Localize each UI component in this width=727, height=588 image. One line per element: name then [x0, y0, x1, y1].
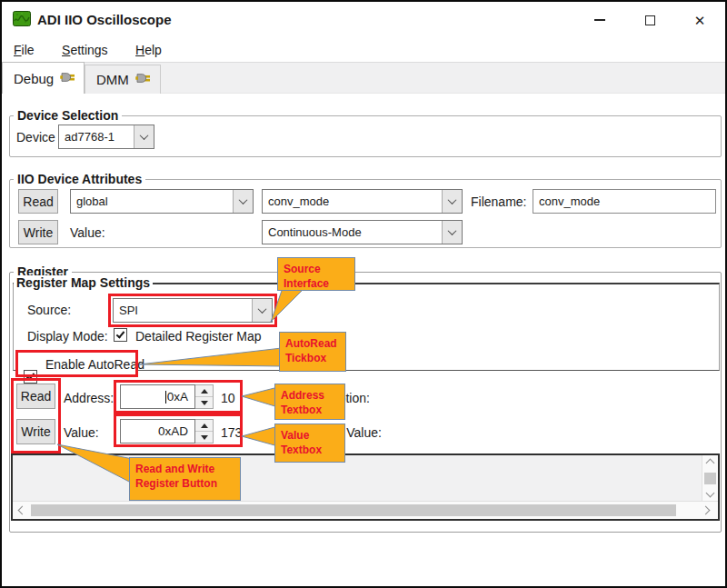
- app-window: ADI IIO Oscilloscope ✕ File Settings Hel…: [0, 0, 727, 588]
- attr-name-value: conv_mode: [263, 194, 442, 208]
- plug-icon: [135, 72, 152, 87]
- minimize-button[interactable]: [582, 7, 618, 33]
- tab-debug[interactable]: Debug: [2, 62, 85, 94]
- register-map-settings-title: Register Map Settings: [14, 275, 153, 290]
- chevron-down-icon: [252, 299, 272, 322]
- chevron-down-icon: [233, 190, 253, 213]
- horizontal-scrollbar[interactable]: [13, 501, 718, 519]
- attr-category-combo[interactable]: global: [70, 189, 254, 214]
- callout-read-write-button: Read and Write Register Button: [129, 457, 241, 501]
- callout-address-textbox: Address Textbox: [274, 384, 345, 420]
- source-combo[interactable]: SPI: [113, 298, 273, 323]
- value-decimal-value: 173: [221, 425, 242, 440]
- vertical-scroll-thumb[interactable]: [704, 473, 716, 484]
- spin-up-icon[interactable]: [195, 420, 213, 432]
- maximize-button[interactable]: [632, 7, 668, 33]
- chevron-down-icon: [134, 125, 154, 148]
- menu-help[interactable]: Help: [135, 43, 162, 57]
- plug-icon: [60, 71, 76, 86]
- attr-write-button[interactable]: Write: [18, 220, 58, 244]
- chevron-down-icon: [442, 221, 462, 244]
- horizontal-scroll-thumb[interactable]: [31, 504, 676, 516]
- device-combo-value: ad7768-1: [59, 130, 134, 144]
- close-icon: ✕: [694, 14, 706, 27]
- spin-down-icon[interactable]: [195, 432, 213, 443]
- attr-value-combo[interactable]: Continuous-Mode: [262, 220, 463, 244]
- menu-file[interactable]: File: [14, 43, 35, 57]
- source-combo-value: SPI: [114, 304, 252, 317]
- scroll-right-icon[interactable]: [702, 507, 709, 513]
- attr-category-value: global: [71, 194, 233, 208]
- chevron-down-icon: [442, 190, 462, 213]
- device-label: Device: [16, 130, 55, 145]
- iio-attributes-title: IIO Device Attributes: [14, 172, 145, 186]
- attr-value-value: Continuous-Mode: [263, 225, 442, 239]
- callout-source-interface: Source Interface: [277, 257, 355, 291]
- device-selection-title: Device Selection: [14, 108, 122, 123]
- display-mode-option: Detailed Register Map: [135, 329, 262, 344]
- scroll-left-icon[interactable]: [19, 507, 25, 513]
- address-hex-value: 0xA: [167, 390, 188, 404]
- value-stepper[interactable]: [195, 419, 214, 443]
- text-caret: [165, 391, 166, 404]
- address-decimal-value: 10: [221, 391, 235, 405]
- window-title: ADI IIO Oscilloscope: [37, 12, 172, 27]
- minimize-icon: [594, 19, 605, 21]
- value-hex-value: 0xAD: [158, 424, 188, 438]
- maximize-icon: [645, 15, 655, 25]
- display-mode-label: Display Mode:: [27, 329, 108, 344]
- enable-autoread-checkbox[interactable]: [24, 370, 37, 384]
- filename-label: Filename:: [471, 194, 526, 209]
- spin-down-icon[interactable]: [195, 397, 213, 408]
- value-label: Value:: [64, 425, 99, 440]
- tab-dmm[interactable]: DMM: [85, 65, 161, 94]
- detailed-register-map-checkbox[interactable]: [114, 328, 127, 342]
- register-map-area: [11, 453, 720, 521]
- register-read-button[interactable]: Read: [16, 384, 55, 409]
- device-combo[interactable]: ad7768-1: [58, 125, 154, 149]
- menu-settings[interactable]: Settings: [62, 43, 108, 57]
- tab-debug-label: Debug: [14, 71, 54, 86]
- scroll-up-icon[interactable]: [707, 460, 713, 466]
- close-button[interactable]: ✕: [682, 7, 718, 33]
- app-icon: [13, 11, 31, 26]
- address-stepper[interactable]: [195, 384, 214, 409]
- attr-name-combo[interactable]: conv_mode: [262, 189, 463, 214]
- register-write-button[interactable]: Write: [16, 419, 55, 444]
- source-label: Source:: [27, 303, 71, 317]
- attr-read-button[interactable]: Read: [18, 189, 58, 214]
- enable-autoread-label: Enable AutoRead: [45, 357, 144, 372]
- menu-bar: File Settings Help: [14, 42, 185, 58]
- attr-value-label: Value:: [70, 225, 105, 240]
- filename-input[interactable]: conv_mode: [533, 189, 716, 214]
- callout-autoread-tickbox: AutoRead Tickbox: [279, 332, 346, 372]
- address-label: Address:: [64, 391, 114, 405]
- scroll-down-icon[interactable]: [707, 490, 713, 496]
- address-input[interactable]: 0xA: [120, 384, 195, 409]
- callout-value-textbox: Value Textbox: [274, 424, 345, 463]
- vertical-scrollbar[interactable]: [702, 455, 718, 501]
- tab-dmm-label: DMM: [96, 72, 129, 87]
- spin-up-icon[interactable]: [195, 385, 213, 397]
- value-input[interactable]: 0xAD: [120, 419, 195, 443]
